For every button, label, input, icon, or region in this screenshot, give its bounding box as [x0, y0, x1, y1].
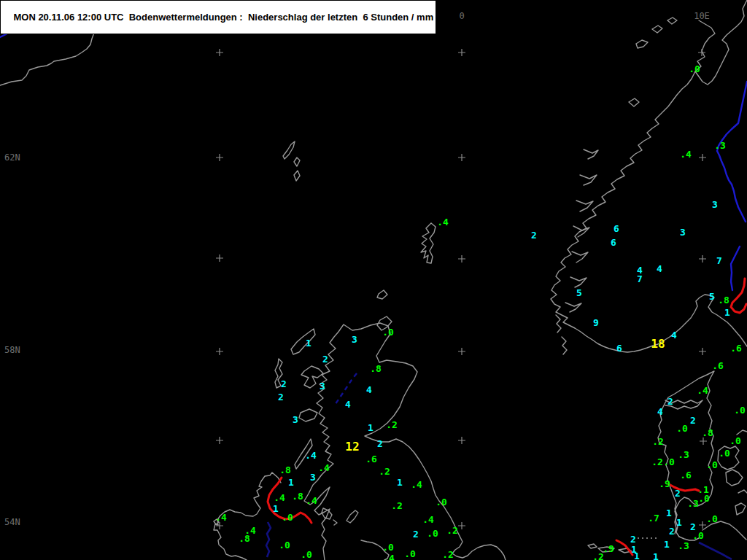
station-value: .2: [652, 437, 664, 446]
station-value: .0: [706, 514, 718, 524]
station-value: .8: [239, 534, 250, 543]
station-value: 6: [611, 238, 616, 247]
station-value: 2: [630, 534, 636, 544]
latitude-label: 58N: [4, 346, 20, 354]
station-value: .0: [706, 460, 718, 470]
station-value: 3: [712, 200, 718, 209]
station-value: .3: [678, 541, 689, 551]
station-value: 3: [293, 415, 298, 424]
station-value: .0: [427, 529, 438, 538]
station-value: 1: [666, 508, 672, 518]
station-value: .2: [446, 526, 458, 535]
station-value: .0: [692, 531, 704, 540]
coastline-faroes: [283, 141, 300, 181]
precipitation-map-screen: 10W010E62N58N54N 26336744755194613223244…: [0, 0, 747, 560]
station-value: .0: [301, 550, 312, 559]
station-value: .8: [370, 364, 382, 373]
station-value: .2: [391, 501, 403, 510]
station-value: .4: [318, 463, 330, 472]
station-value: .0: [382, 542, 394, 552]
station-value: .7: [648, 513, 659, 523]
station-value: 4: [671, 330, 677, 340]
station-value: 4: [345, 400, 351, 409]
station-value: 4: [657, 407, 663, 416]
station-value: .3: [714, 141, 726, 150]
station-value: 5: [576, 288, 582, 298]
front-denmark: [669, 484, 699, 491]
station-value: .0: [382, 327, 394, 337]
station-value: .0: [734, 405, 746, 415]
station-value: 1: [306, 338, 311, 348]
station-value: 1: [288, 478, 294, 487]
irish-sea-blue-line: [266, 522, 271, 557]
station-value: 1: [397, 478, 403, 487]
station-value: .9: [603, 544, 614, 553]
station-value: 7: [716, 256, 722, 265]
station-value: .0: [436, 497, 447, 507]
station-value: 4: [366, 385, 372, 394]
station-value: 1: [634, 551, 640, 560]
station-value: .6: [712, 361, 724, 370]
station-value: .0: [279, 540, 290, 550]
station-value: 1: [724, 308, 730, 317]
station-value: 1: [664, 540, 670, 549]
grid-cross-marks: [216, 49, 707, 529]
coastline-shetland: [421, 223, 436, 263]
station-value: 2: [413, 529, 419, 539]
station-value: 2: [377, 439, 383, 448]
station-value: .0: [698, 494, 710, 503]
longitude-label: 0: [459, 12, 464, 20]
station-value: 4: [657, 264, 662, 273]
station-value: 2: [669, 526, 675, 536]
station-value: 12: [345, 442, 359, 451]
map-layer: [0, 0, 747, 560]
station-value: 2: [667, 397, 673, 406]
station-value: 3: [680, 228, 686, 237]
station-value: 6: [614, 224, 619, 233]
station-value: 3: [320, 381, 325, 391]
station-value: .6: [365, 454, 377, 464]
station-value: .4: [437, 217, 449, 227]
station-value: 9: [593, 318, 599, 327]
station-value: .2: [592, 552, 604, 560]
title-text: MON 20.11.06 12:00 UTC Bodenwettermeldun…: [13, 12, 433, 23]
front-oslofjord: [731, 279, 746, 313]
station-value: .2: [442, 550, 454, 559]
station-value: .4: [215, 513, 227, 522]
latitude-label: 62N: [4, 153, 20, 162]
title-bar: MON 20.11.06 12:00 UTC Bodenwettermeldun…: [0, 0, 436, 34]
coastline-wales: [322, 508, 389, 560]
station-value: .8: [279, 465, 291, 475]
station-value: .2: [651, 457, 663, 467]
station-value: .4: [305, 451, 317, 460]
station-value: .4: [383, 553, 395, 560]
station-value: 1: [273, 504, 279, 513]
station-value: 3: [310, 472, 316, 482]
station-value: 6: [616, 343, 622, 353]
station-value: 18: [651, 339, 665, 349]
station-value: .9: [659, 479, 670, 489]
station-value: 2: [322, 354, 328, 364]
station-value: 3: [352, 335, 357, 344]
station-value: .0: [719, 448, 730, 458]
station-value: .0: [689, 64, 700, 74]
station-value: .0: [404, 549, 416, 559]
station-value: .0: [282, 513, 293, 522]
station-value: .4: [411, 480, 422, 489]
station-value: .0: [676, 424, 688, 433]
station-value: .0: [729, 436, 741, 446]
coastline-norway-fjords: [556, 18, 677, 354]
station-value: .4: [274, 493, 285, 502]
station-value: 2: [278, 392, 284, 402]
station-value: 1: [368, 423, 374, 432]
station-value: .0: [663, 457, 675, 467]
station-value: .8: [292, 491, 303, 501]
latitude-label: 54N: [4, 518, 20, 526]
station-value: .4: [422, 515, 434, 524]
coastline-isle-of-man: [347, 510, 358, 523]
station-value: 7: [637, 274, 643, 284]
station-value: 1: [653, 552, 659, 560]
station-value: .3: [678, 450, 689, 459]
station-value: .2: [379, 467, 390, 476]
station-value: 5: [709, 292, 715, 301]
